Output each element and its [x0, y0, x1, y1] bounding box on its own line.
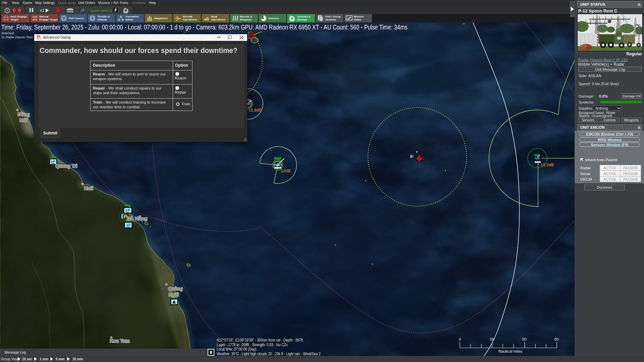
svg-text:Huế: Huế	[84, 186, 93, 191]
svg-text:Đà Nẵng: Đà Nẵng	[127, 216, 148, 221]
svg-text:12.8dB: 12.8dB	[249, 108, 262, 113]
svg-text:50: 50	[522, 337, 527, 341]
svg-text:14.2dB: 14.2dB	[541, 163, 554, 167]
svg-text:26: 26	[490, 337, 494, 341]
svg-text:Nautical miles: Nautical miles	[498, 349, 523, 353]
svg-text:Kon Tum: Kon Tum	[110, 338, 130, 344]
svg-text:Quang Tri: Quang Tri	[55, 163, 77, 169]
svg-text:80: 80	[554, 337, 559, 341]
svg-text:0: 0	[459, 337, 461, 341]
svg-text:12dB: 12dB	[281, 169, 291, 173]
svg-text:Quảng: Quảng	[168, 286, 183, 291]
svg-text:Hới: Hới	[19, 118, 28, 123]
svg-text:Ngãi: Ngãi	[169, 292, 179, 297]
svg-text:92: 92	[410, 154, 414, 158]
svg-text:Đồng: Đồng	[18, 112, 30, 117]
